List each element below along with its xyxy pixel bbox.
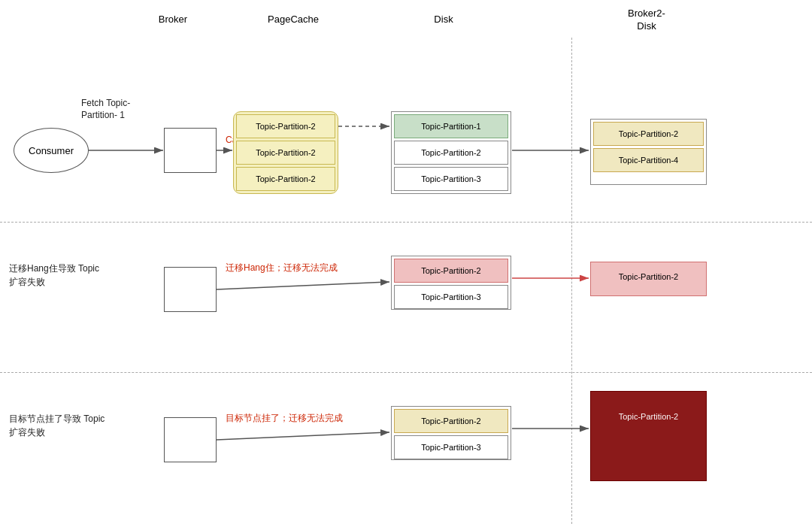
disk-container-row2: Topic-Partition-2 Topic-Partition-3 — [391, 256, 511, 310]
disk-r3-part-2: Topic-Partition-3 — [394, 435, 508, 459]
consumer-label: Consumer — [29, 145, 74, 156]
pc-part-2: Topic-Partition-2 — [236, 141, 335, 165]
disk-r3-part-1: Topic-Partition-2 — [394, 409, 508, 433]
header-pagecache: PageCache — [248, 14, 338, 25]
h-divider-2 — [0, 372, 812, 373]
disk-part-1: Topic-Partition-1 — [394, 114, 508, 138]
diagram-container: Broker PageCache Disk Broker2- Disk Cons… — [0, 0, 812, 524]
pagecache-container-row1: Topic-Partition-2 Topic-Partition-2 Topi… — [233, 111, 338, 194]
cause-label-row2: 迁移Hang住导致 Topic扩容失败 — [9, 262, 107, 289]
h-divider-1 — [0, 222, 812, 223]
vertical-divider — [571, 38, 572, 524]
svg-line-8 — [217, 432, 389, 440]
b2-r2-part-1: Topic-Partition-2 — [593, 265, 704, 289]
header-broker2disk: Broker2- Disk — [601, 8, 692, 33]
disk-container-row3: Topic-Partition-2 Topic-Partition-3 — [391, 406, 511, 460]
hang-label-row2: 迁移Hang住；迁移无法完成 — [226, 262, 338, 274]
svg-line-6 — [217, 282, 389, 289]
b2-part-1: Topic-Partition-2 — [593, 122, 704, 146]
header-broker: Broker — [135, 14, 211, 25]
pc-part-3: Topic-Partition-2 — [236, 167, 335, 191]
b2-r3-part-1: Topic-Partition-2 — [593, 394, 704, 439]
disk-r2-part-2: Topic-Partition-3 — [394, 285, 508, 309]
consumer-oval: Consumer — [14, 128, 89, 173]
disk-container-row1: Topic-Partition-1 Topic-Partition-2 Topi… — [391, 111, 511, 194]
fetch-label: Fetch Topic-Partition- 1 — [81, 98, 156, 121]
broker2-container-row3: Topic-Partition-2 — [590, 391, 707, 481]
pc-part-1: Topic-Partition-2 — [236, 114, 335, 138]
disk-r2-part-1: Topic-Partition-2 — [394, 259, 508, 283]
hang-label-row3: 目标节点挂了；迁移无法完成 — [226, 412, 343, 425]
b2-part-2: Topic-Partition-4 — [593, 148, 704, 172]
header-disk: Disk — [398, 14, 489, 25]
cause-label-row3: 目标节点挂了导致 Topic扩容失败 — [9, 412, 107, 439]
broker2-container-row2: Topic-Partition-2 — [590, 262, 707, 296]
broker-box-row2 — [164, 267, 217, 312]
broker2-container-row1: Topic-Partition-2 Topic-Partition-4 — [590, 119, 707, 185]
broker-box-row1 — [164, 128, 217, 173]
disk-part-2: Topic-Partition-2 — [394, 141, 508, 165]
disk-part-3: Topic-Partition-3 — [394, 167, 508, 191]
broker-box-row3 — [164, 417, 217, 462]
